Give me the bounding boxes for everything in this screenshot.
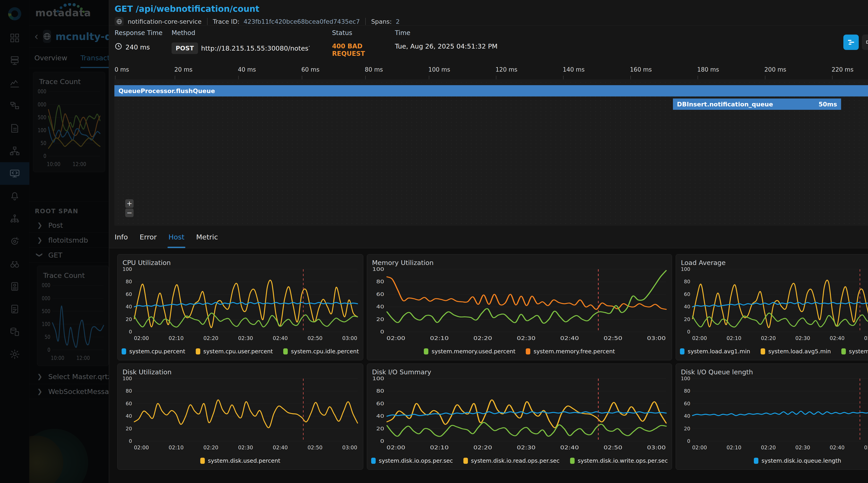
svg-text:100: 100 <box>123 267 132 272</box>
report-icon <box>9 281 20 292</box>
timeline-tick: 20 ms <box>174 66 192 73</box>
waterfall-view-button[interactable] <box>843 35 859 50</box>
trace-id-label: Trace ID: <box>213 18 240 25</box>
chart-card-memory-utilization: Memory Utilization 10080604020002:0002:1… <box>367 254 672 360</box>
spans-label: Spans: <box>371 18 392 25</box>
sidebar-item-metrics[interactable] <box>0 72 29 94</box>
legend-label: system.cpu.percent <box>129 348 185 355</box>
sidebar-item-infrastructure[interactable] <box>0 49 29 72</box>
legend-item[interactable]: system.cpu.idle.percent <box>283 348 359 355</box>
detail-tabs: Info Error Host Metric <box>109 226 868 248</box>
service-panel-tabs: Overview Transactions <box>29 47 109 68</box>
tab-overview[interactable]: Overview <box>34 47 67 68</box>
sidebar-item-apm[interactable] <box>0 162 29 185</box>
legend-item[interactable]: system.load.avg5.min <box>761 348 831 355</box>
drawer-header: GET /api/webnotification/count notificat… <box>109 0 868 26</box>
trace-service-name: notification-core-service <box>128 18 202 25</box>
legend-color-chip <box>570 458 575 464</box>
svg-text:0: 0 <box>129 329 132 334</box>
legend-label: system.memory.used.percent <box>432 348 515 355</box>
sidebar-item-network[interactable] <box>0 140 29 162</box>
svg-text:02:40: 02:40 <box>273 445 288 450</box>
legend-color-chip <box>754 458 758 464</box>
time-value: Tue, Aug 26, 2025 04:51:32 PM <box>395 42 498 50</box>
trace-subheader: notification-core-service Trace ID: 423f… <box>115 17 868 26</box>
svg-text:02:30: 02:30 <box>238 335 253 341</box>
sidebar-item-dashboard[interactable] <box>0 27 29 49</box>
svg-text:2000: 2000 <box>37 88 46 94</box>
span-bar[interactable]: QueueProcessor.flushQueue240ms <box>114 85 868 96</box>
legend-label: system.disk.io.queue.length <box>762 457 841 464</box>
svg-text:02:40: 02:40 <box>560 335 579 341</box>
service-name[interactable]: mcnulty-q <box>56 31 109 42</box>
svg-text:60: 60 <box>376 291 384 297</box>
chart-card-load-average: Load Average 10080604020002:0002:1002:20… <box>676 254 868 360</box>
chevron-right-icon: ❯ <box>37 388 42 395</box>
brand-header: motadata <box>29 0 109 26</box>
legend-item[interactable]: system.disk.io.read.ops.per.sec <box>463 457 560 464</box>
sidebar-item-reports[interactable] <box>0 275 29 298</box>
timeline-tick: 160 ms <box>630 66 652 73</box>
svg-text:80: 80 <box>376 279 384 285</box>
request-url[interactable]: http://18.215.15.55:30080/notes?desc=hel… <box>201 44 310 52</box>
tab-metric[interactable]: Metric <box>196 226 218 248</box>
brand-logo-icon[interactable] <box>8 7 21 20</box>
tab-host[interactable]: Host <box>168 226 184 248</box>
legend-color-chip <box>424 348 428 354</box>
svg-text:02:10: 02:10 <box>168 445 184 450</box>
topology-view-button[interactable] <box>862 35 868 50</box>
svg-text:02:00: 02:00 <box>386 445 405 451</box>
tab-info[interactable]: Info <box>115 226 128 248</box>
chart-title: Trace Count <box>39 77 102 86</box>
span-bar[interactable]: DBInsert.notification_queue50ms <box>673 98 841 110</box>
svg-text:40: 40 <box>126 413 132 419</box>
legend-item[interactable]: system.load.avg1.min <box>680 348 750 355</box>
zoom-in-button[interactable]: + <box>125 199 133 208</box>
chart-legend: system.memory.used.percentsystem.memory.… <box>371 345 668 358</box>
timeline-tick: 100 ms <box>428 66 450 73</box>
svg-text:0: 0 <box>43 153 46 159</box>
sidebar-item-logs[interactable] <box>0 117 29 140</box>
root-span-item-flotoitsmdb[interactable]: ❯ flotoitsmdb <box>29 233 109 248</box>
root-span-item-select-master[interactable]: ❯ Select Master.qrtz_TRIGG <box>29 369 109 384</box>
legend-item[interactable]: system.memory.free.percent <box>526 348 615 355</box>
status-block: Status 400 BAD REQUEST <box>332 29 395 57</box>
brand-dots-arc <box>56 3 86 13</box>
back-button[interactable]: ‹ <box>34 31 38 42</box>
svg-text:20: 20 <box>126 426 132 431</box>
sidebar-item-alerts[interactable] <box>0 185 29 207</box>
sidebar-item-automation[interactable] <box>0 230 29 253</box>
legend-label: system.load.avg1.min <box>688 348 750 355</box>
svg-text:02:40: 02:40 <box>273 335 288 341</box>
legend-color-chip <box>196 348 200 354</box>
sidebar-item-settings[interactable] <box>0 343 29 365</box>
svg-text:500: 500 <box>38 114 46 120</box>
servers-icon <box>9 55 20 66</box>
sidebar-item-topology[interactable] <box>0 94 29 117</box>
tab-transactions[interactable]: Transactions <box>81 47 109 68</box>
sidebar-item-audit[interactable] <box>0 298 29 320</box>
sync-gear-icon <box>9 236 20 247</box>
legend-item[interactable]: system.load.avg15.min <box>841 348 868 355</box>
sidebar-item-discovery[interactable] <box>0 253 29 275</box>
legend-item[interactable]: system.disk.io.ops.per.sec <box>371 457 453 464</box>
legend-item[interactable]: system.cpu.user.percent <box>196 348 273 355</box>
legend-item[interactable]: system.disk.used.percent <box>200 457 280 464</box>
zoom-out-button[interactable]: − <box>125 208 133 217</box>
tab-error[interactable]: Error <box>140 226 157 248</box>
svg-text:500: 500 <box>42 308 51 315</box>
legend-item[interactable]: system.disk.io.write.ops.per.sec <box>570 457 668 464</box>
legend-color-chip <box>200 458 205 464</box>
legend-color-chip <box>463 458 468 464</box>
legend-item[interactable]: system.disk.io.queue.length <box>754 457 841 464</box>
root-span-item-get[interactable]: ❯ GET <box>29 248 109 262</box>
svg-text:100: 100 <box>681 267 690 272</box>
legend-item[interactable]: system.cpu.percent <box>122 348 185 355</box>
legend-item[interactable]: system.memory.used.percent <box>424 348 515 355</box>
root-span-item-post[interactable]: ❯ Post <box>29 218 109 233</box>
sidebar-item-data[interactable] <box>0 320 29 343</box>
root-span-item-websocket[interactable]: ❯ WebSocketMessageBroke <box>29 384 109 399</box>
svg-text:10:00: 10:00 <box>47 161 60 168</box>
legend-label: system.memory.free.percent <box>533 348 615 355</box>
sidebar-item-hierarchy[interactable] <box>0 207 29 230</box>
